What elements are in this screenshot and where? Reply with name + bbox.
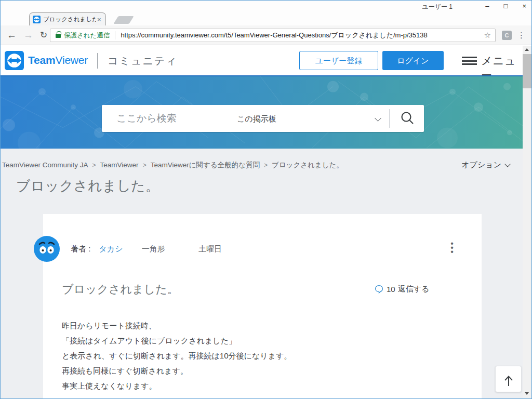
replies-count: 10 (387, 285, 395, 294)
security-label: 保護された通信 (64, 31, 110, 40)
bookmark-star-icon[interactable]: ☆ (484, 31, 491, 40)
post-body-line: 事実上使えなくなります。 (62, 378, 291, 393)
breadcrumb: TeamViewer Community JA>TeamViewer>TeamV… (2, 161, 343, 170)
chevron-down-icon (504, 161, 510, 167)
hero-banner: この掲示板 (1, 75, 523, 149)
author-label: 著者 : (71, 244, 90, 253)
url-text: https://community.teamviewer.com/t5/Team… (121, 31, 481, 40)
post-body-line: と表示され、すぐに切断されます。再接続は10分後になります。 (62, 348, 291, 363)
address-bar[interactable]: 保護された通信 https://community.teamviewer.com… (50, 29, 496, 42)
browser-menu-icon[interactable]: ⋮ (517, 30, 525, 41)
breadcrumb-separator: > (92, 162, 96, 169)
register-button[interactable]: ユーザー登録 (299, 51, 378, 70)
author-avatar[interactable] (34, 236, 60, 262)
secure-lock-icon (56, 34, 61, 38)
search-bar: この掲示板 (102, 105, 424, 132)
breadcrumb-link-community[interactable]: TeamViewer Community JA (2, 161, 88, 169)
scrollbar-up-icon[interactable] (523, 46, 531, 54)
search-icon[interactable] (399, 110, 416, 127)
post-author-row: 著者 : タカシ 一角形 土曜日 (71, 244, 222, 254)
breadcrumb-separator: > (143, 162, 147, 169)
reply-row: 10 返信する (375, 284, 429, 294)
arrow-up-icon (501, 374, 516, 388)
browser-tab[interactable]: ブロックされました。- TeamV × (29, 12, 106, 25)
breadcrumb-link-general-questions[interactable]: TeamViewerに関する全般的な質問 (151, 161, 260, 169)
breadcrumb-separator: > (264, 162, 268, 169)
scrollbar-thumb[interactable] (523, 54, 531, 88)
teamviewer-favicon (33, 16, 41, 23)
window-controls: – □ × (485, 1, 526, 12)
search-scope-select[interactable]: この掲示板 (237, 114, 276, 124)
tab-title: ブロックされました。- TeamV (43, 16, 96, 23)
post-body-line: 昨日からリモート接続時、 (62, 318, 291, 333)
extension-icon[interactable]: C (502, 31, 512, 40)
reload-icon[interactable]: ↻ (40, 29, 47, 42)
options-label: オプション (461, 160, 501, 169)
search-input[interactable] (116, 110, 231, 127)
scrollbar-down-icon[interactable] (523, 390, 531, 397)
new-tab-button[interactable] (113, 16, 134, 24)
forward-icon: → (23, 29, 33, 42)
author-name-link[interactable]: タカシ (99, 244, 123, 253)
search-divider (389, 109, 390, 128)
post-title: ブロックされました。 (62, 282, 179, 297)
login-button[interactable]: ログイン (382, 51, 444, 70)
page-title: ブロックされました。 (16, 177, 159, 195)
community-title[interactable]: コミュニティ (108, 54, 178, 68)
post-body: 昨日からリモート接続時、 「接続はタイムアウト後にブロックされました」 と表示さ… (62, 318, 291, 393)
browser-toolbar: ← → ↻ 保護された通信 https://community.teamview… (1, 25, 531, 45)
hamburger-menu-icon[interactable] (462, 57, 477, 65)
main-content: TeamViewer Community JA>TeamViewer>TeamV… (1, 149, 523, 398)
brand-viewer: Viewer (56, 54, 88, 66)
browser-scrollbar[interactable] (523, 46, 531, 398)
title-bar: ユーザー 1 – □ × (1, 1, 531, 12)
browser-window: ユーザー 1 – □ × ブロックされました。- TeamV × ← → ↻ (0, 0, 532, 399)
tab-bar: ブロックされました。- TeamV × (1, 12, 531, 25)
post-body-line: 再接続も同様にすぐ切断されます。 (62, 363, 291, 378)
breadcrumb-link-teamviewer[interactable]: TeamViewer (100, 161, 139, 169)
teamviewer-logo[interactable] (5, 51, 24, 70)
author-rank: 一角形 (142, 244, 165, 253)
post-options-icon[interactable]: ••• (448, 241, 456, 254)
page-viewport: TeamViewer コミュニティ ユーザー登録 ログイン メニュー (1, 46, 523, 398)
close-button[interactable]: × (522, 1, 526, 12)
reply-link[interactable]: 返信する (398, 284, 430, 294)
address-divider (115, 31, 115, 39)
post-date: 土曜日 (198, 244, 222, 253)
brand-divider (97, 53, 98, 69)
minimize-button[interactable]: – (485, 1, 489, 12)
profile-user-label[interactable]: ユーザー 1 (422, 3, 453, 11)
tab-close-icon[interactable]: × (97, 16, 101, 23)
breadcrumb-current: ブロックされました。 (272, 161, 343, 169)
scroll-to-top-button[interactable] (495, 366, 522, 392)
post-card: 著者 : タカシ 一角形 土曜日 ••• ブロックされました。 10 返信する … (43, 214, 482, 398)
back-icon[interactable]: ← (7, 29, 17, 42)
post-body-line: 「接続はタイムアウト後にブロックされました」 (62, 333, 291, 348)
brand-team: Team (28, 54, 56, 66)
comment-bubble-icon (375, 285, 383, 294)
brand-wordmark[interactable]: TeamViewer (28, 54, 88, 66)
options-dropdown[interactable]: オプション (461, 160, 510, 170)
maximize-button[interactable]: □ (504, 1, 508, 12)
site-header: TeamViewer コミュニティ ユーザー登録 ログイン メニュー (1, 46, 523, 75)
chevron-down-icon[interactable] (375, 115, 381, 122)
